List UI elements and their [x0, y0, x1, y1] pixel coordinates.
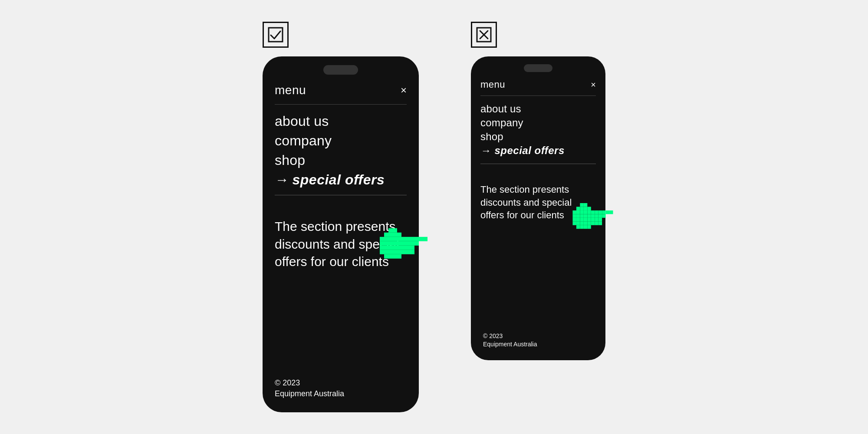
right-nav-shop[interactable]: shop	[480, 131, 596, 143]
svg-rect-68	[584, 218, 587, 221]
svg-rect-88	[591, 221, 595, 225]
left-phone-notch	[323, 65, 358, 75]
svg-rect-91	[587, 225, 591, 229]
svg-rect-84	[602, 210, 605, 214]
svg-rect-61	[580, 214, 583, 217]
right-nav-company[interactable]: company	[480, 117, 596, 129]
svg-rect-21	[397, 233, 401, 237]
svg-rect-67	[584, 214, 587, 217]
svg-rect-58	[580, 203, 583, 207]
svg-rect-90	[598, 221, 602, 225]
svg-rect-87	[609, 210, 613, 214]
svg-rect-2	[380, 241, 384, 246]
svg-rect-25	[397, 250, 401, 254]
left-arrow-icon: →	[275, 172, 289, 188]
left-panel-group: menu × about us company shop	[263, 22, 419, 412]
left-nav-about[interactable]: about us	[275, 113, 407, 129]
svg-rect-94	[576, 225, 580, 229]
svg-rect-24	[397, 246, 401, 250]
svg-rect-37	[419, 237, 423, 241]
svg-rect-29	[406, 237, 410, 241]
svg-rect-57	[576, 221, 580, 225]
svg-rect-6	[384, 241, 388, 246]
svg-rect-64	[584, 203, 587, 207]
right-special-offers-label[interactable]: special offers	[495, 145, 565, 157]
svg-rect-53	[576, 207, 580, 210]
left-nav-shop[interactable]: shop	[275, 152, 407, 168]
svg-rect-43	[393, 254, 397, 259]
svg-rect-85	[602, 214, 605, 217]
svg-rect-70	[587, 207, 591, 210]
left-nav-list: about us company shop → special offers	[275, 113, 407, 199]
svg-rect-30	[406, 241, 410, 246]
svg-rect-55	[576, 214, 580, 217]
svg-rect-80	[595, 218, 598, 221]
svg-rect-59	[580, 207, 583, 210]
svg-rect-28	[401, 246, 406, 250]
svg-rect-66	[584, 210, 587, 214]
svg-rect-31	[406, 246, 410, 250]
svg-rect-60	[580, 210, 583, 214]
svg-rect-45	[384, 254, 388, 259]
svg-rect-78	[595, 210, 598, 214]
svg-rect-17	[393, 237, 397, 241]
svg-rect-74	[587, 221, 591, 225]
svg-rect-73	[587, 218, 591, 221]
svg-rect-38	[423, 237, 427, 241]
list-item[interactable]: about us	[480, 103, 596, 115]
list-item[interactable]: company	[275, 133, 407, 149]
svg-rect-83	[598, 218, 602, 221]
svg-rect-5	[384, 237, 388, 241]
svg-rect-19	[393, 246, 397, 250]
svg-rect-1	[380, 237, 384, 241]
left-menu-title: menu	[275, 83, 306, 97]
svg-rect-16	[393, 233, 397, 237]
list-item[interactable]: about us	[275, 113, 407, 129]
svg-rect-41	[410, 250, 414, 254]
left-menu-header: menu ×	[275, 83, 407, 105]
svg-rect-77	[591, 218, 595, 221]
svg-rect-26	[401, 237, 406, 241]
right-nav-list: about us company shop → special offers	[480, 103, 596, 166]
right-panel-group: menu × about us company shop	[471, 22, 605, 360]
right-nav-special-offers[interactable]: → special offers	[480, 145, 596, 164]
right-menu-title: menu	[480, 79, 505, 90]
svg-rect-9	[388, 228, 393, 233]
svg-rect-18	[393, 241, 397, 246]
svg-rect-82	[598, 214, 602, 217]
svg-rect-63	[580, 221, 583, 225]
list-item[interactable]: company	[480, 117, 596, 129]
svg-rect-3	[380, 246, 384, 250]
svg-rect-79	[595, 214, 598, 217]
svg-rect-71	[587, 210, 591, 214]
left-close-button[interactable]: ×	[401, 84, 407, 96]
right-nav-about[interactable]: about us	[480, 103, 596, 115]
left-nav-special-offers[interactable]: → special offers	[275, 172, 407, 195]
svg-rect-14	[388, 250, 393, 254]
left-special-offers-label[interactable]: special offers	[293, 172, 385, 188]
svg-rect-50	[572, 210, 576, 214]
left-nav-company[interactable]: company	[275, 133, 407, 149]
svg-rect-8	[384, 250, 388, 254]
svg-rect-32	[410, 237, 414, 241]
list-item[interactable]: shop	[480, 131, 596, 143]
svg-rect-92	[584, 225, 587, 229]
svg-rect-15	[393, 228, 397, 233]
svg-rect-27	[401, 241, 406, 246]
svg-rect-62	[580, 218, 583, 221]
right-close-button[interactable]: ×	[591, 80, 596, 90]
svg-rect-42	[397, 254, 401, 259]
check-badge	[263, 22, 289, 48]
svg-rect-23	[397, 241, 401, 246]
right-menu-header: menu ×	[480, 79, 596, 96]
svg-rect-4	[384, 233, 388, 237]
right-phone-notch	[524, 64, 552, 72]
svg-rect-69	[584, 221, 587, 225]
svg-rect-10	[388, 233, 393, 237]
svg-rect-86	[606, 210, 609, 214]
svg-rect-65	[584, 207, 587, 210]
svg-rect-40	[406, 250, 410, 254]
list-item[interactable]: shop	[275, 152, 407, 168]
page-wrapper: menu × about us company shop	[0, 4, 868, 430]
svg-rect-93	[580, 225, 583, 229]
